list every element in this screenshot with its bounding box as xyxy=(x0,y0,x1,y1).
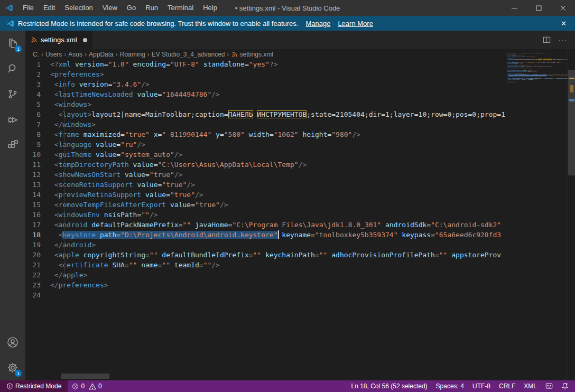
vscode-logo-icon xyxy=(2,20,18,27)
source-control-icon[interactable] xyxy=(0,81,25,107)
problems-status[interactable]: 0 0 xyxy=(68,380,106,392)
breadcrumb-item[interactable]: EV Studio_3_4_advanced xyxy=(152,51,225,58)
code-line-17[interactable]: 17 <android defaultPackNamePrefix="" jav… xyxy=(25,220,506,230)
breadcrumb-item[interactable]: AppData xyxy=(89,51,114,58)
restricted-mode-banner: Restricted Mode is intended for safe cod… xyxy=(0,16,575,31)
code-line-1[interactable]: 1<?xml version="1.0" encoding="UTF-8" st… xyxy=(25,59,506,69)
line-number: 18 xyxy=(25,230,50,240)
cursor-position-status[interactable]: Ln 18, Col 56 (52 selected) xyxy=(347,380,432,392)
search-icon[interactable] xyxy=(0,56,25,81)
restricted-mode-label: Restricted Mode xyxy=(15,382,61,390)
restricted-mode-status[interactable]: Restricted Mode xyxy=(0,380,68,392)
line-number: 4 xyxy=(25,89,50,99)
chevron-right-icon: › xyxy=(115,51,118,58)
line-number: 15 xyxy=(25,200,50,210)
breadcrumb-item[interactable]: Asus xyxy=(68,51,82,58)
line-number: 2 xyxy=(25,69,50,79)
line-number: 5 xyxy=(25,99,50,109)
menu-file[interactable]: File xyxy=(18,0,39,16)
code-line-2[interactable]: 2<preferences> xyxy=(25,69,506,79)
overview-find-marker xyxy=(569,78,574,79)
code-line-18[interactable]: 18 <keystore path="D:\Projects\Android\a… xyxy=(25,230,506,240)
code-line-22[interactable]: 22 </apple> xyxy=(25,270,506,280)
line-number: 12 xyxy=(25,170,50,180)
extensions-icon[interactable] xyxy=(0,132,25,157)
breadcrumb-item[interactable]: Users xyxy=(45,51,62,58)
code-line-24[interactable]: 24 xyxy=(25,290,506,300)
run-debug-icon[interactable] xyxy=(0,107,25,132)
breadcrumb-item[interactable]: C: xyxy=(33,51,39,58)
horizontal-scrollbar[interactable] xyxy=(61,374,109,379)
maximize-button[interactable] xyxy=(526,0,551,16)
banner-message: Restricted Mode is intended for safe cod… xyxy=(18,20,298,27)
code-line-23[interactable]: 23</preferences> xyxy=(25,280,506,290)
vscode-logo-icon xyxy=(0,4,18,12)
code-line-14[interactable]: 14 <previewRetinaSupport value="true"/> xyxy=(25,190,506,200)
vertical-scrollbar[interactable] xyxy=(568,49,575,380)
line-number: 14 xyxy=(25,190,50,200)
chevron-right-icon: › xyxy=(63,51,67,58)
code-line-10[interactable]: 10 <guiTheme value="system_auto"/> xyxy=(25,150,506,160)
learn-more-link[interactable]: Learn More xyxy=(338,20,373,27)
code-line-6[interactable]: 6 <layout>layout2|name=MainToolbar;capti… xyxy=(25,109,506,119)
minimap[interactable]: <?xml version="1.0" encoding="UTF-8" sta… xyxy=(506,49,568,380)
notifications-bell-icon[interactable] xyxy=(557,380,575,392)
menu-go[interactable]: Go xyxy=(122,0,141,16)
indentation-status[interactable]: Spaces: 4 xyxy=(432,380,468,392)
language-mode-status[interactable]: XML xyxy=(520,380,541,392)
encoding-status[interactable]: UTF-8 xyxy=(468,380,495,392)
warning-count: 0 xyxy=(98,382,102,390)
close-window-button[interactable] xyxy=(551,0,575,16)
dirty-indicator-icon[interactable] xyxy=(83,38,87,42)
minimap-line xyxy=(506,83,568,85)
breadcrumb-file-label: settings.xml xyxy=(240,51,273,58)
chevron-right-icon: › xyxy=(147,51,150,58)
eol-status[interactable]: CRLF xyxy=(495,380,520,392)
feedback-icon[interactable] xyxy=(541,380,557,392)
code-line-12[interactable]: 12 <showNewsOnStart value="true"/> xyxy=(25,170,506,180)
code-line-15[interactable]: 15 <removeTempFilesAfterExport value="tr… xyxy=(25,200,506,210)
minimize-button[interactable] xyxy=(502,0,526,16)
breadcrumb-item[interactable]: Roaming xyxy=(120,51,145,58)
settings-gear-icon[interactable]: 1 xyxy=(0,355,25,380)
code-line-7[interactable]: 7 </windows> xyxy=(25,119,506,129)
window-title: • settings.xml - Visual Studio Code xyxy=(235,4,340,12)
menu-selection[interactable]: Selection xyxy=(60,0,97,16)
code-line-16[interactable]: 16 <windowsEnv nsisPath=""/> xyxy=(25,210,506,220)
more-actions-icon[interactable]: ··· xyxy=(558,35,568,44)
breadcrumb-item-file[interactable]: settings.xml xyxy=(231,51,273,58)
tab-settings-xml[interactable]: settings.xml xyxy=(25,31,92,49)
code-line-3[interactable]: 3 <info version="3.4.6"/> xyxy=(25,79,506,89)
split-editor-icon[interactable] xyxy=(543,36,551,44)
menu-help[interactable]: Help xyxy=(198,0,222,16)
code-line-20[interactable]: 20 <apple copyrightString="" defaultBund… xyxy=(25,250,506,260)
activity-bar: 1 xyxy=(0,31,25,380)
manage-link[interactable]: Manage xyxy=(305,20,330,27)
menu-edit[interactable]: Edit xyxy=(39,0,60,16)
code-editor[interactable]: 1<?xml version="1.0" encoding="UTF-8" st… xyxy=(25,59,506,380)
line-number: 9 xyxy=(25,139,50,150)
line-number: 16 xyxy=(25,210,50,220)
line-number: 13 xyxy=(25,180,50,190)
code-line-11[interactable]: 11 <tempDirectoryPath value="C:\Users\As… xyxy=(25,160,506,170)
menu-view[interactable]: View xyxy=(98,0,122,16)
code-line-19[interactable]: 19 </android> xyxy=(25,240,506,250)
line-number: 3 xyxy=(25,79,50,89)
code-line-21[interactable]: 21 <certificate SHA="" name="" teamId=""… xyxy=(25,260,506,270)
accounts-icon[interactable] xyxy=(0,330,25,355)
line-number: 11 xyxy=(25,160,50,170)
code-line-9[interactable]: 9 <language value="ru"/> xyxy=(25,139,506,150)
code-line-5[interactable]: 5 <windows> xyxy=(25,99,506,109)
breadcrumb: C:› Users› Asus› AppData› Roaming› EV St… xyxy=(25,49,506,59)
code-line-13[interactable]: 13 <sceneRetinaSupport value="true"/> xyxy=(25,180,506,190)
line-number: 22 xyxy=(25,270,50,280)
code-line-4[interactable]: 4 <lastTimeNewsLoaded value="1644494786"… xyxy=(25,89,506,99)
menu-run[interactable]: Run xyxy=(141,0,163,16)
title-bar: File Edit Selection View Go Run Terminal… xyxy=(0,0,575,16)
settings-badge: 1 xyxy=(14,369,22,377)
explorer-icon[interactable]: 1 xyxy=(0,31,25,56)
banner-close-icon[interactable]: ✕ xyxy=(561,20,567,27)
line-number: 1 xyxy=(25,59,50,69)
code-line-8[interactable]: 8 <frame maximized="true" x="-811990144"… xyxy=(25,129,506,139)
menu-terminal[interactable]: Terminal xyxy=(163,0,198,16)
